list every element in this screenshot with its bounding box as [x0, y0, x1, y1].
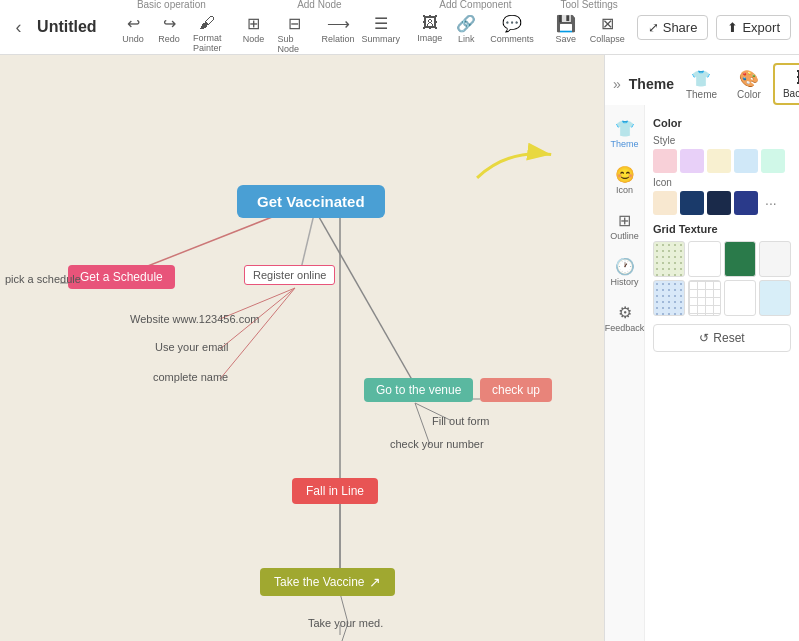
summary-icon: ☰: [374, 14, 388, 33]
icon-sidebar-icon: 😊: [615, 165, 635, 184]
sidebar-item-theme[interactable]: 👕 Theme: [607, 113, 643, 155]
save-label: Save: [555, 34, 576, 44]
node-checknumber-label: check your number: [390, 438, 484, 450]
node-email[interactable]: Use your email: [155, 341, 228, 353]
color-swatch-pink[interactable]: [653, 149, 677, 173]
node-checkup[interactable]: check up: [480, 378, 552, 402]
node-pick[interactable]: pick a schedule: [5, 273, 81, 285]
texture-plain[interactable]: [688, 241, 720, 277]
node-name-label: complete name: [153, 371, 228, 383]
node-takevaccine-icon: ↗: [369, 574, 381, 590]
save-button[interactable]: 💾Save: [550, 12, 582, 46]
sidebar-item-history[interactable]: 🕐 History: [607, 251, 643, 293]
color-tab-label: Color: [737, 89, 761, 100]
share-icon: ⤢: [648, 20, 659, 35]
summary-button[interactable]: ☰Summary: [360, 12, 401, 56]
toolbar-items-node: ⊞Node ⊟Sub Node ⟶Relation ☰Summary: [238, 12, 402, 56]
color-swatch-darkblue[interactable]: [680, 191, 704, 215]
node-fallinline[interactable]: Fall in Line: [292, 478, 378, 504]
toolbar-group-label-tools: Tool Settings: [561, 0, 618, 10]
sidebar-item-outline[interactable]: ⊞ Outline: [607, 205, 643, 247]
node-checknumber[interactable]: check your number: [390, 438, 484, 450]
node-button[interactable]: ⊞Node: [238, 12, 270, 56]
color-swatch-green[interactable]: [761, 149, 785, 173]
panel-body: 👕 Theme 😊 Icon ⊞ Outline 🕐 History ⚙: [605, 105, 799, 641]
node-register[interactable]: Register online: [244, 265, 335, 285]
image-icon: 🖼: [422, 14, 438, 32]
node-takemed[interactable]: Take your med.: [308, 617, 383, 629]
export-icon: ⬆: [727, 20, 738, 35]
texture-plain2[interactable]: [759, 241, 791, 277]
reset-button[interactable]: ↺ Reset: [653, 324, 791, 352]
texture-solid-green[interactable]: [724, 241, 756, 277]
redo-label: Redo: [158, 34, 180, 44]
texture-blue-light[interactable]: [759, 280, 791, 316]
image-button[interactable]: 🖼Image: [413, 12, 446, 46]
texture-plain3[interactable]: [724, 280, 756, 316]
color-swatch-purple[interactable]: [680, 149, 704, 173]
history-sidebar-label: History: [611, 277, 639, 287]
sub-node-button[interactable]: ⊟Sub Node: [274, 12, 316, 56]
icon-sidebar-label: Icon: [616, 185, 633, 195]
tab-backdrop[interactable]: 🖼 Backdrop: [773, 63, 799, 105]
share-button[interactable]: ⤢ Share: [637, 15, 709, 40]
back-button[interactable]: ‹: [8, 13, 29, 41]
toolbar-group-basic: Basic operation ↩Undo ↪Redo 🖌Format Pain…: [117, 0, 226, 56]
color-swatch-blue[interactable]: [734, 149, 758, 173]
grid-texture-section-title: Grid Texture: [653, 223, 791, 235]
collapse-button[interactable]: ⊠Collapse: [586, 12, 629, 46]
relation-button[interactable]: ⟶Relation: [320, 12, 356, 56]
texture-dots-blue[interactable]: [653, 280, 685, 316]
sidebar-item-icon[interactable]: 😊 Icon: [607, 159, 643, 201]
backdrop-tab-label: Backdrop: [783, 88, 799, 99]
export-button[interactable]: ⬆ Export: [716, 15, 791, 40]
panel-title: Theme: [629, 76, 674, 92]
node-website-label: Website www.123456.com: [130, 313, 259, 325]
node-website[interactable]: Website www.123456.com: [130, 313, 259, 325]
canvas[interactable]: Get Vaccinated Get a Schedule Register o…: [0, 55, 604, 641]
panel-header: » Theme 👕 Theme 🎨 Color 🖼 Backdrop: [605, 55, 799, 105]
link-button[interactable]: 🔗Link: [450, 12, 482, 46]
outline-sidebar-label: Outline: [610, 231, 639, 241]
node-venue[interactable]: Go to the venue: [364, 378, 473, 402]
share-label: Share: [663, 20, 698, 35]
collapse-panel-button[interactable]: »: [613, 76, 621, 92]
texture-grid-lines[interactable]: [688, 280, 720, 316]
link-label: Link: [458, 34, 475, 44]
color-row-1: [653, 149, 791, 173]
node-root[interactable]: Get Vaccinated: [237, 185, 385, 218]
toolbar-group-add-node: Add Node ⊞Node ⊟Sub Node ⟶Relation ☰Summ…: [238, 0, 402, 56]
undo-button[interactable]: ↩Undo: [117, 12, 149, 55]
arrow-svg: [467, 135, 562, 185]
node-checkup-label: check up: [492, 383, 540, 397]
tab-color[interactable]: 🎨 Color: [729, 65, 769, 104]
feedback-sidebar-icon: ⚙: [618, 303, 632, 322]
node-name[interactable]: complete name: [153, 371, 228, 383]
image-label: Image: [417, 33, 442, 43]
tab-theme[interactable]: 👕 Theme: [678, 65, 725, 104]
sidebar-item-feedback[interactable]: ⚙ Feedback: [607, 297, 643, 339]
texture-dots-light[interactable]: [653, 241, 685, 277]
node-label: Node: [243, 34, 265, 44]
icon-sidebar: 👕 Theme 😊 Icon ⊞ Outline 🕐 History ⚙: [605, 105, 645, 641]
toolbar-group-label-component: Add Component: [439, 0, 511, 10]
relation-icon: ⟶: [327, 14, 350, 33]
node-takevaccine[interactable]: Take the Vaccine ↗: [260, 568, 395, 596]
comments-button[interactable]: 💬Comments: [486, 12, 538, 46]
color-swatch-indigo[interactable]: [734, 191, 758, 215]
node-schedule[interactable]: Get a Schedule: [68, 265, 175, 289]
node-fillout[interactable]: Fill out form: [432, 415, 489, 427]
node-icon: ⊞: [247, 14, 260, 33]
color-swatch-yellow[interactable]: [707, 149, 731, 173]
svg-line-5: [220, 288, 295, 379]
node-takemed-label: Take your med.: [308, 617, 383, 629]
color-swatch-orange[interactable]: [653, 191, 677, 215]
node-fallinline-label: Fall in Line: [306, 484, 364, 498]
redo-button[interactable]: ↪Redo: [153, 12, 185, 55]
format-painter-button[interactable]: 🖌Format Painter: [189, 12, 226, 55]
comments-label: Comments: [490, 34, 534, 44]
more-colors-button[interactable]: ···: [761, 195, 781, 211]
node-schedule-label: Get a Schedule: [80, 270, 163, 284]
color-swatch-navy[interactable]: [707, 191, 731, 215]
style-label: Style: [653, 135, 791, 146]
